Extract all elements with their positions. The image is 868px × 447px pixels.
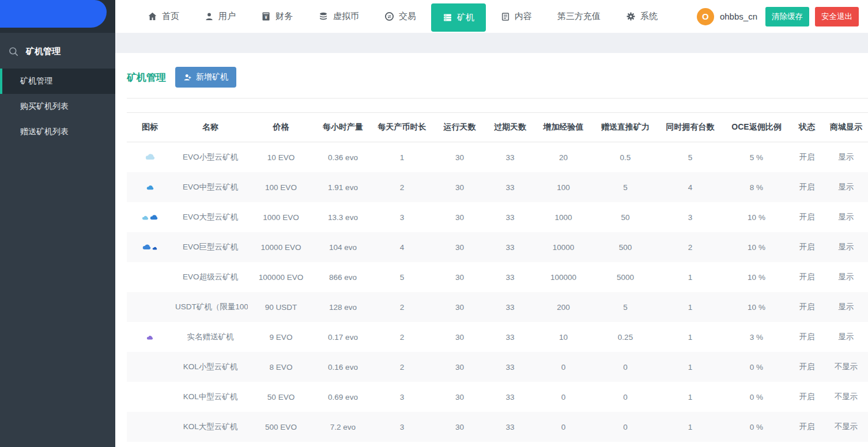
table-cell: 0.69 evo — [314, 382, 372, 412]
table-cell: 开启 — [790, 322, 824, 352]
table-cell: 1000 EVO — [248, 202, 314, 232]
column-header: 每天产币时长 — [372, 113, 432, 142]
finance-icon: ¥ — [261, 12, 271, 21]
table-cell: 显示 — [824, 322, 868, 352]
table-cell: 2 — [372, 292, 432, 322]
table-cell: 显示 — [824, 232, 868, 262]
table-cell: EVO巨型云矿机 — [173, 232, 248, 262]
table-cell: 10 % — [723, 202, 790, 232]
nav-label: 系统 — [640, 11, 658, 22]
table-cell: 20 — [533, 142, 594, 173]
nav-label: 用户 — [218, 11, 236, 22]
nav-item-home[interactable]: 首页 — [137, 0, 190, 33]
table-cell: 1000 — [533, 202, 594, 232]
table-cell: 1 — [657, 442, 723, 447]
user-icon — [205, 12, 214, 21]
search-icon — [8, 46, 19, 57]
table-cell: 0 — [594, 412, 657, 442]
table-cell: 30 — [432, 262, 487, 292]
nav-item-thirdparty-recharge[interactable]: 第三方充值 — [547, 0, 611, 33]
table-cell: 8 % — [723, 172, 790, 202]
column-header: 名称 — [173, 113, 248, 142]
table-cell: 2 — [372, 352, 432, 382]
table-cell: 5 — [657, 142, 723, 173]
table-cell: 0 — [533, 412, 594, 442]
avatar[interactable]: O — [697, 8, 714, 25]
table-cell: KOL大型云矿机 — [173, 412, 248, 442]
table-cell: 0 — [533, 442, 594, 447]
nav-item-virtual-coin[interactable]: 虚拟币 — [308, 0, 369, 33]
sidebar-item-purchased-miner-list[interactable]: 购买矿机列表 — [0, 94, 115, 119]
nav-item-miner[interactable]: 矿机 — [431, 3, 486, 32]
nav-item-trade[interactable]: 交易 — [374, 0, 427, 33]
table-cell: 33 — [487, 292, 533, 322]
table-cell: 开启 — [790, 262, 824, 292]
nav-label: 交易 — [399, 11, 416, 22]
nav-item-users[interactable]: 用户 — [194, 0, 246, 33]
table-cell: 1 — [657, 412, 723, 442]
sidebar-item-miner-management[interactable]: 矿机管理 — [0, 69, 115, 94]
table-cell: 30 — [432, 202, 487, 232]
table-cell: 30 — [432, 142, 487, 173]
table-cell: 50 EVO — [248, 382, 314, 412]
table-cell: 13.3 evo — [314, 202, 372, 232]
breadcrumb-band — [115, 33, 868, 53]
coins-icon — [318, 12, 329, 22]
logout-button[interactable]: 安全退出 — [815, 7, 859, 26]
divider — [127, 98, 868, 99]
clear-cache-button[interactable]: 清除缓存 — [765, 7, 809, 26]
sidebar-item-gifted-miner-list[interactable]: 赠送矿机列表 — [0, 119, 115, 145]
table-cell: 30 — [432, 232, 487, 262]
table-header-row: 图标名称价格每小时产量每天产币时长运行天数过期天数增加经验值赠送直推矿力同时拥有… — [127, 113, 868, 142]
table-cell: 104 evo — [314, 232, 372, 262]
table-row: KOL中型云矿机50 EVO0.69 evo330330010 %开启不显示 — [127, 382, 868, 412]
table-cell: 3 — [372, 382, 432, 412]
table-cell: 7.2 evo — [314, 412, 372, 442]
table-cell: 90 USDT — [248, 292, 314, 322]
table-cell: USDT矿机（限量100台） — [173, 292, 248, 322]
table-cell: 不显示 — [824, 382, 868, 412]
table-cell: 1 — [657, 292, 723, 322]
miner-cloud-icon — [142, 243, 151, 252]
table-cell: 33 — [487, 172, 533, 202]
table-cell: 开启 — [790, 172, 824, 202]
username: ohbbs_cn — [720, 12, 757, 21]
table-body: EVO小型云矿机10 EVO0.36 evo13033200.555 %开启显示… — [127, 142, 868, 447]
table-cell: 显示 — [824, 292, 868, 322]
table-cell: 75 evo — [314, 442, 372, 447]
table-cell: 5000 EVO — [248, 442, 314, 447]
table-cell: 显示 — [824, 172, 868, 202]
table-cell: EVO小型云矿机 — [173, 142, 248, 173]
user-add-icon — [183, 73, 192, 82]
nav-item-system[interactable]: 系统 — [616, 0, 668, 33]
miner-table: 图标名称价格每小时产量每天产币时长运行天数过期天数增加经验值赠送直推矿力同时拥有… — [127, 112, 868, 447]
table-cell: KOL巨型云矿机 — [173, 442, 248, 447]
miner-icon-cell — [127, 352, 173, 382]
table-cell: 128 evo — [314, 292, 372, 322]
sidebar-header-label: 矿机管理 — [26, 46, 61, 57]
table-cell: 33 — [487, 352, 533, 382]
table-cell: 显示 — [824, 142, 868, 173]
table-cell: 100000 EVO — [248, 262, 314, 292]
nav-item-content[interactable]: 内容 — [490, 0, 542, 33]
column-header: 图标 — [127, 113, 173, 142]
table-cell: 3 — [372, 202, 432, 232]
table-cell: 显示 — [824, 202, 868, 232]
table-cell: EVO中型云矿机 — [173, 172, 248, 202]
miner-icon-cell — [127, 202, 173, 232]
add-miner-button[interactable]: 新增矿机 — [175, 67, 236, 88]
table-cell: 10 % — [723, 292, 790, 322]
nav-item-finance[interactable]: ¥ 财务 — [251, 0, 303, 33]
nav-label: 矿机 — [457, 12, 474, 23]
table-row: EVO大型云矿机1000 EVO13.3 evo33033100050310 %… — [127, 202, 868, 232]
table-cell: 1.91 evo — [314, 172, 372, 202]
nav-label: 首页 — [162, 11, 179, 22]
table-cell: 开启 — [790, 142, 824, 173]
table-cell: 0.16 evo — [314, 352, 372, 382]
table-cell: 0.17 evo — [314, 322, 372, 352]
table-cell: 0 % — [723, 382, 790, 412]
table-row: EVO中型云矿机100 EVO1.91 evo23033100548 %开启显示 — [127, 172, 868, 202]
table-cell: 1 — [657, 262, 723, 292]
miner-icon-cell — [127, 322, 173, 352]
table-row: KOL巨型云矿机5000 EVO75 evo330330010 %开启不显示 — [127, 442, 868, 447]
